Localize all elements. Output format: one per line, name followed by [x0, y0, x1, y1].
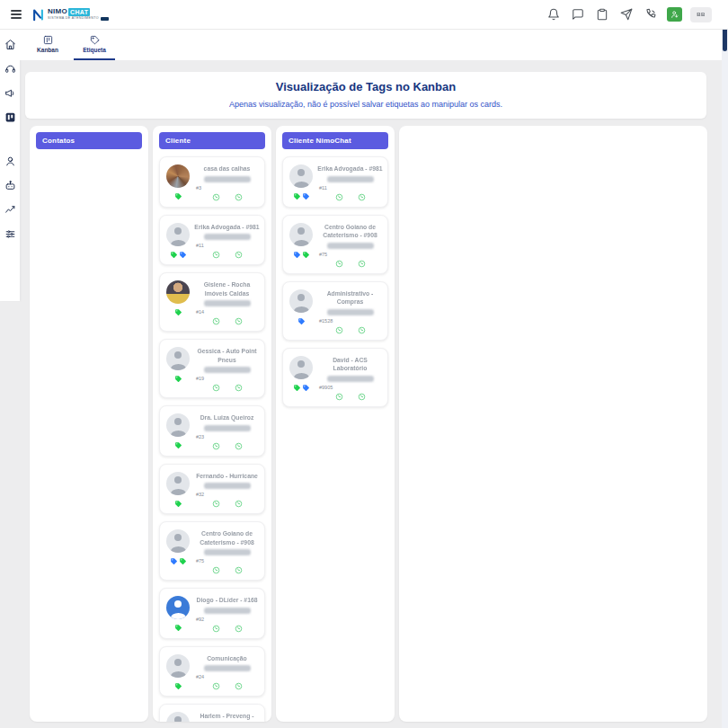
menu-hamburger-icon[interactable] [4, 3, 28, 26]
kanban-card[interactable]: Diogo - DLíder - #168#92 [159, 588, 265, 639]
tabbar: Kanban Etiqueta [20, 30, 728, 60]
cards-list: Erika Advogada - #981#11Centro Goiano de… [282, 156, 388, 407]
card-contact-name: Erika Advogada - #981 [317, 164, 383, 173]
card-contact-name: Diogo - DLíder - #168 [194, 596, 260, 605]
whatsapp-icon[interactable] [212, 500, 220, 508]
whatsapp-icon[interactable] [235, 566, 243, 574]
whatsapp-icon[interactable] [335, 193, 343, 201]
sidebar-settings-sliders-icon[interactable] [3, 227, 17, 240]
chat-square-icon[interactable] [570, 6, 586, 22]
column-header: Cliente NimoChat [282, 132, 388, 149]
sidebar-support-agent-icon[interactable] [3, 155, 17, 167]
channel-icons [194, 384, 260, 392]
tags-row [174, 624, 182, 632]
card-ticket-id: #19 [194, 376, 260, 381]
clipboard-icon[interactable] [594, 6, 610, 22]
whatsapp-icon[interactable] [358, 393, 366, 401]
whatsapp-icon[interactable] [235, 251, 243, 259]
whatsapp-icon[interactable] [358, 326, 366, 334]
card-contact-name: David - ACS Laboratório [317, 356, 383, 373]
page-subtitle: Apenas visualização, não é possível salv… [34, 100, 697, 109]
kanban-card[interactable]: Gessica - Auto Point Pneus#19 [159, 339, 265, 398]
whatsapp-icon[interactable] [335, 260, 343, 268]
whatsapp-icon[interactable] [212, 384, 220, 392]
card-ticket-id: #3 [194, 185, 260, 191]
kanban-card[interactable]: Dra. Luiza Queiroz#23 [159, 405, 265, 457]
contact-avatar [166, 280, 190, 304]
kanban-card[interactable]: Erika Advogada - #981#11 [159, 215, 265, 266]
kanban-card[interactable]: Comunicação#24 [159, 646, 265, 697]
channel-icons [317, 393, 383, 401]
whatsapp-icon[interactable] [212, 682, 220, 690]
whatsapp-icon[interactable] [235, 193, 243, 201]
tags-row [174, 500, 182, 508]
sidebar-robot-icon[interactable] [3, 179, 17, 191]
tag-icon [174, 500, 182, 508]
contact-avatar [166, 472, 190, 495]
whatsapp-icon[interactable] [212, 566, 220, 574]
card-phone-redacted [204, 234, 251, 240]
card-ticket-id: #11 [194, 243, 260, 248]
kanban-card[interactable]: casa das calhas#3 [159, 156, 265, 208]
card-phone-redacted [327, 309, 374, 315]
phone-call-icon[interactable] [643, 6, 659, 22]
tab-etiqueta[interactable]: Etiqueta [74, 30, 115, 60]
contact-avatar [166, 164, 190, 188]
whatsapp-icon[interactable] [235, 625, 243, 633]
vertical-scrollbar[interactable] [722, 0, 728, 728]
kanban-card[interactable]: Erika Advogada - #981#11 [282, 156, 388, 208]
kanban-card[interactable]: Harlem - Preveng - #398#125 [159, 704, 265, 722]
kanban-column: Cliente NimoChatErika Advogada - #981#11… [276, 126, 395, 722]
header-actions: BB [546, 6, 712, 22]
bell-icon[interactable] [546, 6, 562, 22]
kanban-card[interactable]: Administrativo - Compras#1528 [282, 281, 388, 341]
whatsapp-icon[interactable] [212, 625, 220, 633]
tag-icon [297, 317, 306, 325]
whatsapp-icon[interactable] [235, 384, 243, 392]
whatsapp-icon[interactable] [358, 193, 366, 201]
whatsapp-icon[interactable] [235, 500, 243, 508]
card-contact-name: Erika Advogada - #981 [194, 223, 260, 232]
whatsapp-icon[interactable] [212, 251, 220, 259]
whatsapp-icon[interactable] [235, 442, 243, 450]
card-phone-redacted [204, 176, 251, 182]
whatsapp-icon[interactable] [335, 326, 343, 334]
card-ticket-id: #9905 [317, 385, 383, 390]
whatsapp-icon[interactable] [235, 682, 243, 690]
kanban-card[interactable]: Gislene - Rocha Imóveis Caldas#14 [159, 272, 265, 332]
sidebar [0, 30, 20, 301]
sidebar-home-icon[interactable] [3, 38, 17, 50]
tab-kanban[interactable]: Kanban [27, 30, 68, 60]
tags-row [174, 375, 182, 383]
channel-icons [194, 317, 260, 325]
contact-avatar [289, 164, 313, 188]
profile-avatar-button[interactable]: BB [690, 7, 712, 22]
sidebar-megaphone-icon[interactable] [3, 86, 17, 99]
kanban-card[interactable]: David - ACS Laboratório#9905 [282, 348, 388, 407]
sidebar-analytics-icon[interactable] [3, 203, 17, 216]
card-contact-name: Centro Goiano de Cateterismo - #908 [317, 223, 383, 240]
whatsapp-icon[interactable] [335, 393, 343, 401]
whatsapp-icon[interactable] [235, 317, 243, 325]
whatsapp-icon[interactable] [212, 193, 220, 201]
channel-icons [194, 500, 260, 508]
card-phone-redacted [204, 483, 251, 489]
card-phone-redacted [204, 549, 251, 555]
whatsapp-icon[interactable] [358, 260, 366, 268]
whatsapp-icon[interactable] [212, 317, 220, 325]
user-action-green-button[interactable] [667, 7, 682, 22]
tag-icon [302, 384, 310, 392]
card-contact-name: Fernando - Hurricane [194, 472, 260, 481]
send-icon[interactable] [618, 6, 635, 22]
sidebar-headset-icon[interactable] [3, 62, 17, 75]
card-contact-name: Administrativo - Compras [317, 289, 383, 306]
kanban-card[interactable]: Centro Goiano de Cateterismo - #908#75 [159, 521, 265, 581]
kanban-card[interactable]: Centro Goiano de Cateterismo - #908#75 [282, 215, 388, 274]
kanban-card[interactable]: Fernando - Hurricane#32 [159, 464, 265, 515]
contact-avatar [166, 712, 190, 722]
tag-icon [90, 35, 100, 45]
tags-row [293, 251, 310, 259]
channel-icons [317, 326, 383, 334]
whatsapp-icon[interactable] [212, 442, 220, 450]
sidebar-kanban-icon[interactable] [3, 111, 17, 123]
